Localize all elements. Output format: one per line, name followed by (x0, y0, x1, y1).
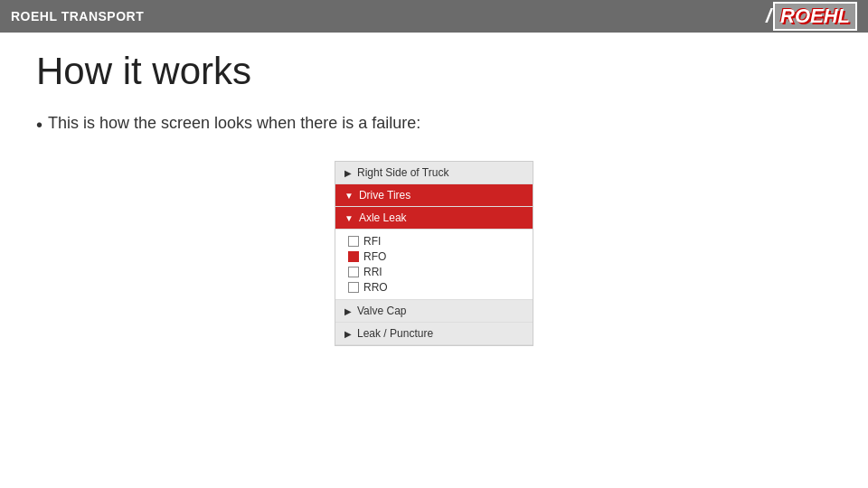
bullet-dot: • (36, 114, 42, 136)
axle-leak-row[interactable]: ▼ Axle Leak (335, 207, 533, 230)
main-content: How it works • This is how the screen lo… (0, 33, 868, 364)
axle-leak-label: Axle Leak (359, 211, 407, 224)
checkbox-rro-label: RRO (363, 281, 388, 294)
logo-slash: / (766, 5, 771, 28)
drive-tires-row[interactable]: ▼ Drive Tires (335, 184, 533, 207)
ui-panel: ▶ Right Side of Truck ▼ Drive Tires ▼ Ax… (335, 161, 533, 346)
right-side-row[interactable]: ▶ Right Side of Truck (335, 162, 533, 184)
valve-cap-row[interactable]: ▶ Valve Cap (335, 300, 533, 323)
right-side-arrow: ▶ (344, 168, 352, 178)
checkbox-rfi-box (348, 236, 359, 247)
logo-text: ROEHL (773, 2, 857, 31)
checkbox-rfo-box (348, 251, 359, 262)
checkbox-rfo[interactable]: RFO (348, 250, 386, 263)
header-bar: ROEHL TRANSPORT / ROEHL (0, 0, 868, 33)
checkbox-rro-box (348, 282, 359, 293)
drive-tires-label: Drive Tires (359, 189, 410, 202)
checkbox-rri-box (348, 267, 359, 277)
leak-puncture-arrow: ▶ (344, 329, 352, 339)
checkbox-rfi-label: RFI (363, 235, 381, 248)
right-side-label: Right Side of Truck (357, 166, 448, 179)
checkbox-rfi[interactable]: RFI (348, 235, 381, 248)
leak-puncture-row[interactable]: ▶ Leak / Puncture (335, 323, 533, 345)
leak-puncture-label: Leak / Puncture (357, 327, 433, 340)
bullet-section: • This is how the screen looks when ther… (36, 114, 832, 136)
bullet-label: This is how the screen looks when there … (48, 114, 420, 133)
checkbox-rfo-label: RFO (363, 250, 386, 263)
checkbox-rro[interactable]: RRO (348, 281, 388, 294)
page-title: How it works (36, 51, 832, 92)
valve-cap-arrow: ▶ (344, 306, 352, 316)
checkbox-rri[interactable]: RRI (348, 266, 382, 278)
checkbox-rri-label: RRI (363, 266, 382, 278)
checkbox-section: RFI RFO RRI RRO (335, 230, 533, 300)
header-logo: / ROEHL (766, 2, 857, 31)
panel-container: ▶ Right Side of Truck ▼ Drive Tires ▼ Ax… (36, 161, 832, 346)
valve-cap-label: Valve Cap (357, 305, 406, 317)
header-title: ROEHL TRANSPORT (11, 9, 144, 23)
axle-leak-arrow: ▼ (344, 213, 354, 223)
drive-tires-arrow: ▼ (344, 191, 354, 201)
